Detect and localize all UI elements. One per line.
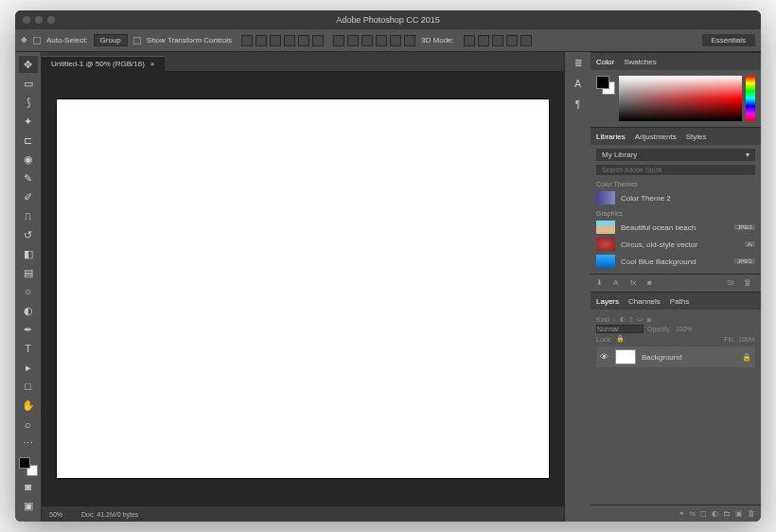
layer-thumbnail[interactable] xyxy=(615,349,636,364)
align-icon[interactable] xyxy=(241,35,253,46)
crop-tool[interactable]: ⊏ xyxy=(19,132,38,149)
align-icon[interactable] xyxy=(270,35,281,46)
hue-slider[interactable] xyxy=(746,76,755,121)
tab-swatches[interactable]: Swatches xyxy=(624,58,657,66)
color-picker[interactable] xyxy=(619,76,742,121)
close-window-icon[interactable] xyxy=(23,16,30,24)
color-chips[interactable] xyxy=(19,457,38,476)
mode-3d-icon[interactable] xyxy=(478,35,489,46)
distribute-icon[interactable] xyxy=(390,35,401,46)
align-icon[interactable] xyxy=(298,35,309,46)
character-panel-icon[interactable]: A xyxy=(570,77,587,90)
layer-mask-icon[interactable]: ◻ xyxy=(700,509,707,518)
tab-channels[interactable]: Channels xyxy=(628,297,661,306)
layer-name[interactable]: Background xyxy=(642,353,682,362)
stock-icon[interactable]: St xyxy=(727,278,738,288)
lock-icon[interactable]: 🔒 xyxy=(742,353,751,362)
lasso-tool[interactable]: ⟆ xyxy=(19,94,38,111)
tab-adjustments[interactable]: Adjustments xyxy=(635,133,677,141)
auto-select-checkbox[interactable] xyxy=(33,37,41,44)
show-transform-checkbox[interactable] xyxy=(133,37,141,44)
distribute-icon[interactable] xyxy=(347,35,359,46)
document-tab[interactable]: Untitled-1 @ 50% (RGB/16) × xyxy=(42,56,165,71)
tab-paths[interactable]: Paths xyxy=(670,297,689,306)
maximize-window-icon[interactable] xyxy=(47,16,55,24)
paragraph-panel-icon[interactable]: ¶ xyxy=(570,98,587,111)
mode-3d-icon[interactable] xyxy=(492,35,503,46)
path-selection-tool[interactable]: ▸ xyxy=(19,359,38,376)
mode-3d-icon[interactable] xyxy=(506,35,518,46)
filter-pixel-icon[interactable]: ▫ xyxy=(613,316,615,323)
align-icon[interactable] xyxy=(284,35,295,46)
workspace-switcher[interactable]: Essentials xyxy=(702,34,755,46)
brush-tool[interactable]: ✐ xyxy=(19,188,38,205)
align-icon[interactable] xyxy=(256,35,267,46)
tab-styles[interactable]: Styles xyxy=(686,133,707,141)
add-layer-style-icon[interactable]: fx xyxy=(630,278,642,288)
add-graphic-icon[interactable]: ⬇ xyxy=(596,278,608,288)
blend-mode-dropdown[interactable] xyxy=(596,325,644,333)
fill-value[interactable]: 100% xyxy=(738,336,755,343)
delete-layer-icon[interactable]: 🗑 xyxy=(748,509,755,518)
distribute-icon[interactable] xyxy=(404,35,415,46)
canvas[interactable] xyxy=(57,99,549,478)
layer-style-icon[interactable]: fx xyxy=(690,509,696,518)
visibility-icon[interactable]: 👁 xyxy=(600,352,609,362)
foreground-color-chip[interactable] xyxy=(19,457,30,469)
healing-brush-tool[interactable]: ✎ xyxy=(19,169,38,186)
distribute-icon[interactable] xyxy=(376,35,387,46)
add-color-icon[interactable]: ■ xyxy=(647,278,659,288)
eyedropper-tool[interactable]: ◉ xyxy=(19,151,38,168)
zoom-tool[interactable]: ⌕ xyxy=(19,416,38,433)
library-dropdown[interactable]: My Library▾ xyxy=(596,149,755,161)
filter-type-icon[interactable]: T xyxy=(629,316,633,323)
tab-color[interactable]: Color xyxy=(596,58,614,66)
filter-adjust-icon[interactable]: ◐ xyxy=(620,315,626,323)
layer-row[interactable]: 👁 Background 🔒 xyxy=(596,346,755,367)
adjustment-layer-icon[interactable]: ◐ xyxy=(712,509,718,518)
group-icon[interactable]: 🗀 xyxy=(723,509,731,518)
gradient-tool[interactable]: ▤ xyxy=(19,264,38,281)
hand-tool[interactable]: ✋ xyxy=(19,397,38,414)
clone-stamp-tool[interactable]: ⎍ xyxy=(19,207,38,224)
mode-3d-icon[interactable] xyxy=(520,35,532,46)
align-icon[interactable] xyxy=(312,35,324,46)
add-character-style-icon[interactable]: A xyxy=(613,278,625,288)
blur-tool[interactable]: ○ xyxy=(19,283,38,300)
type-tool[interactable]: T xyxy=(19,340,38,357)
screen-mode-tool[interactable]: ▣ xyxy=(19,497,38,514)
distribute-icon[interactable] xyxy=(333,35,344,46)
magic-wand-tool[interactable]: ✦ xyxy=(19,113,38,130)
library-item[interactable]: Color Theme 2 xyxy=(596,189,755,206)
filter-smart-icon[interactable]: ◙ xyxy=(647,316,651,323)
move-tool[interactable]: ✥ xyxy=(19,56,38,73)
library-item[interactable]: Circus, old-style vector Ai xyxy=(596,236,755,253)
new-layer-icon[interactable]: ▣ xyxy=(735,509,743,518)
mode-3d-icon[interactable] xyxy=(464,35,475,46)
library-item[interactable]: Beautiful ocean beach JPEG xyxy=(596,219,755,236)
history-brush-tool[interactable]: ↺ xyxy=(19,226,38,243)
canvas-viewport[interactable] xyxy=(42,71,564,506)
edit-toolbar[interactable]: ⋯ xyxy=(19,434,38,452)
marquee-tool[interactable]: ▭ xyxy=(19,75,38,92)
dodge-tool[interactable]: ◐ xyxy=(19,302,38,319)
pen-tool[interactable]: ✒ xyxy=(19,321,38,338)
quick-mask-tool[interactable]: ◙ xyxy=(19,478,38,495)
minimize-window-icon[interactable] xyxy=(35,16,43,24)
doc-info[interactable]: Doc: 41.2M/0 bytes xyxy=(81,511,138,518)
opacity-value[interactable]: 100% xyxy=(676,326,693,332)
lock-icon[interactable]: 🔒 xyxy=(616,335,625,343)
eraser-tool[interactable]: ◧ xyxy=(19,245,38,262)
distribute-icon[interactable] xyxy=(362,35,373,46)
library-item[interactable]: Cool Blue Background JPEG xyxy=(596,253,755,270)
link-layers-icon[interactable]: ⚭ xyxy=(679,509,685,518)
auto-select-dropdown[interactable]: Group xyxy=(94,34,128,46)
rectangle-tool[interactable]: □ xyxy=(19,378,38,395)
tab-layers[interactable]: Layers xyxy=(596,297,619,306)
library-search[interactable]: Search Adobe Stock xyxy=(596,165,755,175)
history-panel-icon[interactable]: ≣ xyxy=(570,56,587,69)
color-chips[interactable] xyxy=(596,76,615,95)
zoom-level[interactable]: 50% xyxy=(49,511,62,518)
tab-libraries[interactable]: Libraries xyxy=(596,133,626,141)
close-tab-icon[interactable]: × xyxy=(150,60,155,68)
